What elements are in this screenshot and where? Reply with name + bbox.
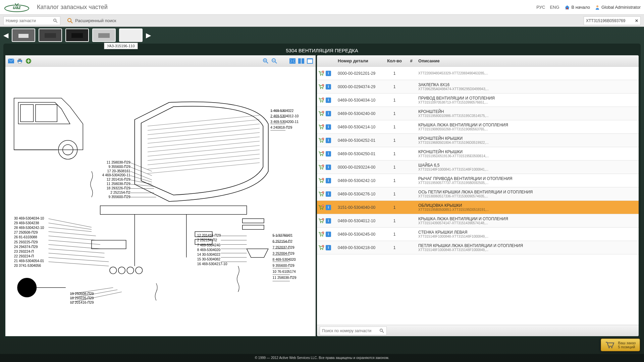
add-to-cart-icon[interactable] [318, 245, 324, 250]
fit-icon[interactable] [289, 58, 296, 64]
add-to-cart-icon[interactable] [318, 191, 324, 197]
vin-text: XTT315196B0593769 [586, 18, 625, 23]
info-icon[interactable]: i [326, 111, 331, 116]
col-header-number[interactable]: Номер детали [336, 58, 383, 63]
add-to-cart-icon[interactable] [318, 71, 324, 76]
svg-point-43 [118, 267, 125, 274]
table-row[interactable]: i 0469-00-5304214-10 1 КРЫШКА ЛЮКА ВЕНТИ… [317, 120, 639, 134]
info-icon[interactable]: i [326, 165, 331, 170]
table-row[interactable]: i 0000-00-0293224-00 1 ШАЙБА 6,5XTT31514… [317, 161, 639, 174]
info-icon[interactable]: i [326, 218, 331, 224]
lang-en-button[interactable]: ENG [550, 5, 559, 10]
advanced-search-link[interactable]: Расширенный поиск [67, 18, 116, 24]
add-to-cart-icon[interactable] [318, 151, 324, 157]
info-icon[interactable]: i [326, 151, 331, 157]
col-header-qty[interactable]: Кол-во [383, 58, 406, 63]
window-max-icon[interactable] [307, 58, 313, 64]
print-icon[interactable] [17, 58, 23, 64]
table-row[interactable]: i 3151-00-5304040-00 1 ОБЛИЦОВКА КРЫШКИX… [317, 201, 639, 214]
svg-point-170 [322, 222, 323, 223]
breadcrumb-thumb-4[interactable]: УАЗ-315196-110 [92, 28, 116, 42]
svg-text:22  293224-П: 22 293224-П [14, 254, 34, 258]
add-to-cart-icon[interactable] [318, 111, 324, 116]
table-row[interactable]: i 0469-00-5304245-00 1 СТЕНКА КРЫШКИ ЛЕВ… [317, 228, 639, 241]
add-to-cart-icon[interactable] [318, 98, 324, 103]
table-row[interactable]: i 0469-00-5304242-10 1 РЫЧАГ ПРИВОДА ВЕН… [317, 174, 639, 187]
col-header-desc[interactable]: Описание [416, 58, 639, 63]
part-number: 0469-00-5304242-10 [336, 178, 383, 183]
diagram-canvas[interactable]: 30 469-5304034-1029 469-530423828 469-53… [5, 67, 316, 336]
breadcrumb-thumb-1[interactable] [12, 28, 35, 42]
part-qty: 1 [383, 152, 406, 156]
info-icon[interactable]: i [326, 205, 331, 210]
order-bar[interactable]: Ваш заказ 5 позиций [601, 339, 640, 351]
table-row[interactable]: i 0000-00-0294374-29 1 ЗАКЛЕПКА 8X16XTT3… [317, 80, 639, 94]
part-number: 0469-00-5304276-10 [336, 192, 383, 196]
window-tile-icon[interactable] [298, 58, 304, 64]
breadcrumb-thumb-5[interactable] [119, 28, 143, 42]
svg-text:8  469-5304020: 8 469-5304020 [273, 258, 296, 261]
part-search-input[interactable] [6, 18, 53, 23]
parts-table-pane: Номер детали Кол-во # Описание i 0000-00… [317, 55, 639, 336]
search-icon[interactable] [53, 18, 58, 23]
cart-icon [605, 341, 614, 349]
svg-rect-15 [18, 62, 21, 63]
svg-rect-21 [289, 58, 296, 64]
table-search-box[interactable] [320, 326, 387, 335]
add-to-cart-icon[interactable] [318, 232, 324, 237]
table-row[interactable]: i 0469-00-5304034-10 1 ПРИВОД ВЕНТИЛЯЦИИ… [317, 94, 639, 107]
add-icon[interactable] [25, 58, 32, 64]
zoom-out-icon[interactable] [271, 58, 277, 64]
table-body[interactable]: i 0000-00-0291201-29 1 XTT22069480453329… [317, 67, 639, 325]
user-link[interactable]: Global Administrator [595, 5, 641, 10]
svg-text:11  258038-П29: 11 258038-П29 [273, 276, 297, 280]
svg-line-7 [71, 21, 72, 23]
breadcrumb-thumb-2[interactable] [39, 28, 62, 42]
info-icon[interactable]: i [326, 98, 331, 103]
advanced-search-icon [67, 18, 73, 24]
order-count: 5 позиций [618, 345, 636, 349]
add-to-cart-icon[interactable] [318, 138, 324, 143]
info-icon[interactable]: i [326, 84, 331, 89]
table-row[interactable]: i 0469-00-5304250-01 1 КРОНШТЕЙН КРЫШКИX… [317, 147, 639, 161]
info-icon[interactable]: i [326, 245, 331, 250]
svg-point-175 [320, 249, 321, 250]
add-to-cart-icon[interactable] [318, 84, 324, 89]
info-icon[interactable]: i [326, 232, 331, 237]
search-bar: Расширенный поиск XTT315196B0593769 ✕ [0, 15, 644, 27]
main-frame: 5304 ВЕНТИЛЯЦИЯ ПЕРЕДКА [3, 44, 641, 339]
table-row[interactable]: i 0469-00-5304240-00 1 КРОНШТЕЙНXTT31519… [317, 107, 639, 120]
info-icon[interactable]: i [326, 124, 331, 130]
svg-line-52 [48, 219, 91, 227]
svg-text:7  469-5304240: 7 469-5304240 [197, 243, 220, 247]
add-to-cart-icon[interactable] [318, 205, 324, 210]
table-row[interactable]: i 0000-00-0291201-29 1 XTT22069480453329… [317, 67, 639, 80]
info-icon[interactable]: i [326, 138, 331, 143]
lang-ru-button[interactable]: РУС [536, 5, 545, 10]
info-icon[interactable]: i [326, 71, 331, 76]
breadcrumb-next-button[interactable]: ▶ [146, 31, 151, 39]
svg-text:19  250508-П29: 19 250508-П29 [70, 292, 94, 296]
part-search-box[interactable] [3, 16, 60, 25]
add-to-cart-icon[interactable] [318, 165, 324, 170]
col-header-hash[interactable]: # [406, 58, 416, 63]
part-qty: 1 [383, 111, 406, 116]
info-icon[interactable]: i [326, 191, 331, 197]
svg-rect-25 [308, 59, 312, 63]
search-icon[interactable] [379, 328, 384, 334]
table-row[interactable]: i 0469-00-5304276-10 1 ОСЬ ПЕТЛИ КРЫШКИ … [317, 187, 639, 201]
table-row[interactable]: i 0469-00-5304252-01 1 КРОНШТЕЙН КРЫШКИX… [317, 134, 639, 147]
table-row[interactable]: i 0469-00-5304218-00 1 ПЕТЛЯ КРЫШКИ ЛЮКА… [317, 241, 639, 254]
table-search-input[interactable] [322, 328, 379, 333]
vin-clear-button[interactable]: ✕ [635, 18, 638, 23]
table-row[interactable]: i 0469-00-5304012-10 1 КРЫШКА ЛЮКА ВЕНТИ… [317, 214, 639, 228]
breadcrumb-thumb-3[interactable] [65, 28, 89, 42]
breadcrumb-prev-button[interactable]: ◀ [3, 31, 8, 39]
add-to-cart-icon[interactable] [318, 218, 324, 224]
zoom-in-icon[interactable] [263, 58, 269, 64]
add-to-cart-icon[interactable] [318, 178, 324, 183]
add-to-cart-icon[interactable] [318, 124, 324, 130]
home-link[interactable]: В начало [564, 4, 590, 10]
email-icon[interactable] [8, 58, 14, 64]
info-icon[interactable]: i [326, 178, 331, 183]
